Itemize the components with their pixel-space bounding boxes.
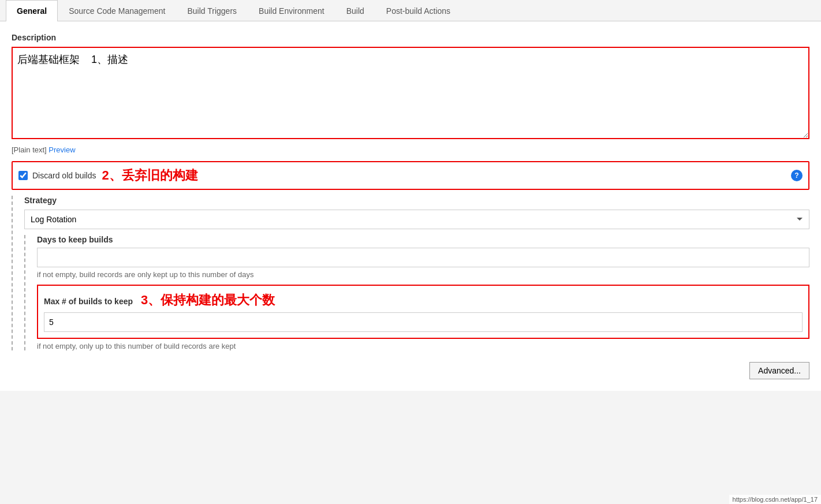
tab-build-triggers[interactable]: Build Triggers <box>176 0 248 21</box>
days-to-keep-section: Days to keep builds if not empty, build … <box>24 235 809 350</box>
tab-post-build[interactable]: Post-build Actions <box>375 0 461 21</box>
description-label: Description <box>12 33 809 42</box>
plain-text-row: [Plain text] Preview <box>12 145 809 154</box>
discard-builds-label: Discard old builds <box>32 171 96 180</box>
advanced-button[interactable]: Advanced... <box>749 362 809 379</box>
days-to-keep-hint: if not empty, build records are only kep… <box>37 270 809 279</box>
max-builds-box: Max # of builds to keep 3、保持构建的最大个数 <box>37 285 809 339</box>
discard-builds-checkbox[interactable] <box>18 171 28 180</box>
discard-builds-annotation: 2、丢弃旧的构建 <box>102 167 198 184</box>
days-to-keep-input[interactable] <box>37 248 809 267</box>
plain-text-label: [Plain text] <box>12 145 47 154</box>
tab-build[interactable]: Build <box>335 0 375 21</box>
help-icon[interactable]: ? <box>791 170 803 181</box>
description-textarea[interactable]: <span class="description-value" data-nam… <box>12 47 809 139</box>
max-builds-hint: if not empty, only up to this number of … <box>37 342 809 350</box>
tab-build-environment[interactable]: Build Environment <box>248 0 335 21</box>
advanced-row: Advanced... <box>12 362 809 379</box>
strategy-label: Strategy <box>24 196 809 205</box>
tab-general[interactable]: General <box>6 0 58 21</box>
strategy-select[interactable]: Log Rotation <box>24 210 809 229</box>
tab-bar: General Source Code Management Build Tri… <box>0 0 821 21</box>
preview-link[interactable]: Preview <box>48 145 75 154</box>
max-builds-annotation: 3、保持构建的最大个数 <box>141 293 275 307</box>
max-builds-label: Max # of builds to keep 3、保持构建的最大个数 <box>44 292 803 309</box>
days-to-keep-label: Days to keep builds <box>37 235 809 244</box>
tab-source-code[interactable]: Source Code Management <box>58 0 176 21</box>
strategy-section: Strategy Log Rotation Days to keep build… <box>12 196 809 350</box>
main-content: Description <span class="description-val… <box>0 21 821 391</box>
max-builds-input[interactable] <box>44 312 803 332</box>
discard-builds-row: Discard old builds 2、丢弃旧的构建 ? <box>12 161 809 190</box>
